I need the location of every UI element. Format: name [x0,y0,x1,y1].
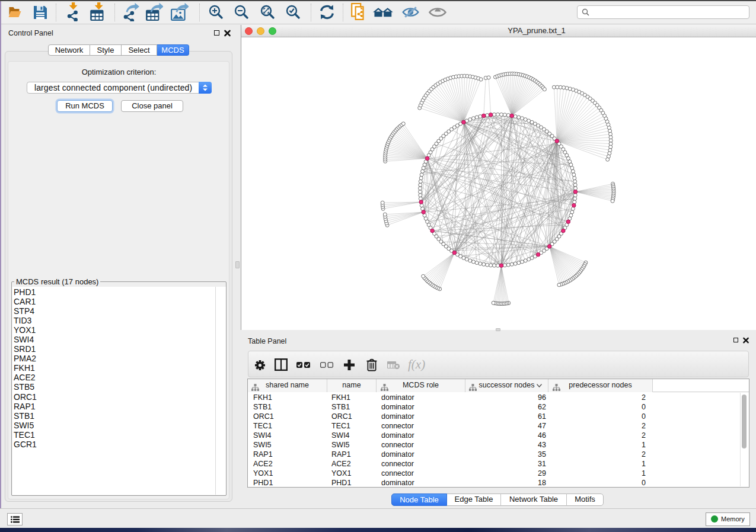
svg-text:f(x): f(x) [408,357,425,371]
